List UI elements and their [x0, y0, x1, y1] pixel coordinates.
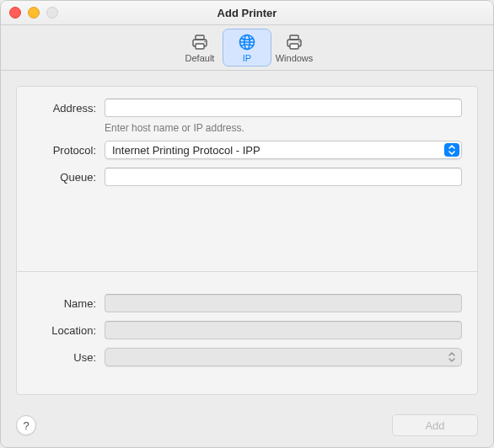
svg-rect-2 — [196, 44, 204, 49]
svg-rect-9 — [290, 44, 298, 49]
toolbar: Default IP — [1, 25, 493, 71]
svg-rect-8 — [290, 35, 298, 40]
tab-default-label: Default — [185, 53, 215, 63]
printer-icon — [189, 32, 211, 52]
updown-icon — [444, 143, 459, 157]
name-label: Name: — [32, 297, 105, 310]
help-button[interactable]: ? — [16, 415, 36, 435]
address-label: Address: — [32, 102, 105, 115]
svg-point-3 — [204, 41, 206, 43]
queue-label: Queue: — [32, 171, 105, 184]
close-window-button[interactable] — [9, 7, 21, 19]
toolbar-segment: Default IP — [176, 29, 318, 66]
footer: ? Add — [1, 403, 493, 447]
row-queue: Queue: — [32, 168, 462, 186]
svg-point-10 — [298, 41, 300, 43]
row-protocol: Protocol: Internet Printing Protocol - I… — [32, 141, 462, 159]
form-sheet: Address: Enter host name or IP address. … — [16, 86, 478, 395]
svg-rect-1 — [196, 35, 204, 40]
network-pane: Address: Enter host name or IP address. … — [17, 87, 477, 272]
zoom-window-button — [46, 7, 58, 19]
titlebar: Add Printer — [1, 1, 493, 25]
row-use: Use: — [32, 348, 462, 366]
window-title: Add Printer — [217, 7, 277, 19]
address-hint: Enter host name or IP address. — [105, 122, 462, 134]
address-field[interactable] — [105, 99, 462, 117]
globe-icon — [236, 32, 258, 52]
use-popup — [105, 348, 462, 366]
row-location: Location: — [32, 321, 462, 339]
protocol-label: Protocol: — [32, 144, 105, 157]
add-printer-window: Add Printer Default — [0, 0, 494, 448]
name-field — [105, 294, 462, 312]
updown-icon — [444, 350, 459, 364]
windows-printer-icon — [283, 32, 305, 52]
add-button: Add — [392, 414, 478, 436]
location-label: Location: — [32, 324, 105, 337]
protocol-value: Internet Printing Protocol - IPP — [112, 144, 260, 157]
window-controls — [9, 1, 58, 24]
queue-field[interactable] — [105, 168, 462, 186]
tab-ip-label: IP — [243, 53, 251, 63]
row-address: Address: — [32, 99, 462, 117]
location-field — [105, 321, 462, 339]
row-name: Name: — [32, 294, 462, 312]
minimize-window-button[interactable] — [28, 7, 40, 19]
tab-default[interactable]: Default — [176, 29, 223, 66]
details-pane: Name: Location: Use: — [17, 282, 477, 394]
protocol-popup[interactable]: Internet Printing Protocol - IPP — [105, 141, 462, 159]
tab-ip[interactable]: IP — [223, 29, 271, 66]
help-icon: ? — [23, 419, 29, 432]
use-label: Use: — [32, 351, 105, 364]
tab-windows[interactable]: Windows — [271, 29, 318, 66]
tab-windows-label: Windows — [276, 53, 314, 63]
